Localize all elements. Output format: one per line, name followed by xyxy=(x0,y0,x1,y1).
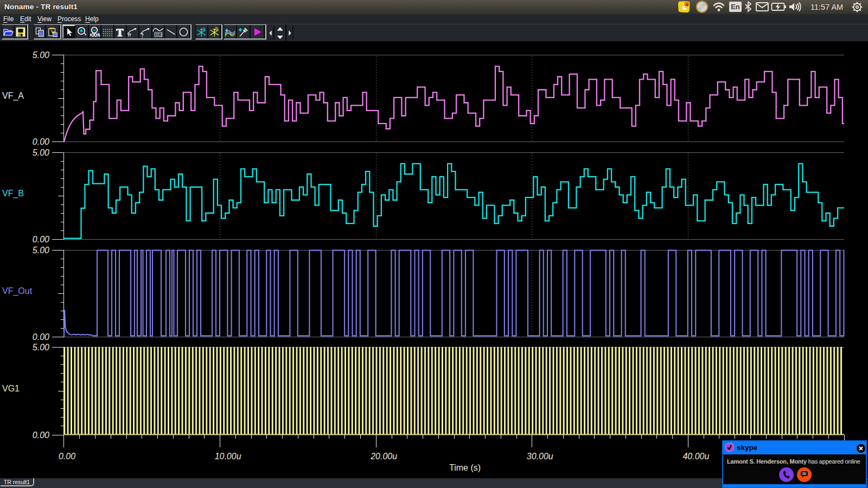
svg-text:VF_Out: VF_Out xyxy=(2,286,33,296)
svg-text:Time (s): Time (s) xyxy=(449,463,481,472)
svg-text:0.00: 0.00 xyxy=(33,332,49,342)
svg-text:30.00u: 30.00u xyxy=(527,452,553,461)
svg-text:b: b xyxy=(215,26,218,31)
svg-text:5.00: 5.00 xyxy=(33,50,49,60)
svg-text:0.00: 0.00 xyxy=(33,235,49,244)
svg-text:a: a xyxy=(202,26,206,31)
svg-text:40.00u: 40.00u xyxy=(682,452,709,461)
svg-text:5.00: 5.00 xyxy=(33,343,49,352)
svg-text:0.00: 0.00 xyxy=(33,137,49,146)
svg-text:5.00: 5.00 xyxy=(33,246,49,255)
svg-text:VF_A: VF_A xyxy=(2,91,24,101)
svg-text:VF_B: VF_B xyxy=(2,189,24,198)
svg-text:0.00: 0.00 xyxy=(33,431,49,440)
svg-text:0.00: 0.00 xyxy=(59,452,75,461)
svg-text:skype: skype xyxy=(737,444,758,452)
svg-text:5.00: 5.00 xyxy=(33,148,49,157)
svg-text:10.00u: 10.00u xyxy=(215,452,241,461)
svg-text:4: 4 xyxy=(686,2,688,7)
svg-text:VG1: VG1 xyxy=(2,384,20,393)
svg-text:20.00u: 20.00u xyxy=(370,452,397,461)
